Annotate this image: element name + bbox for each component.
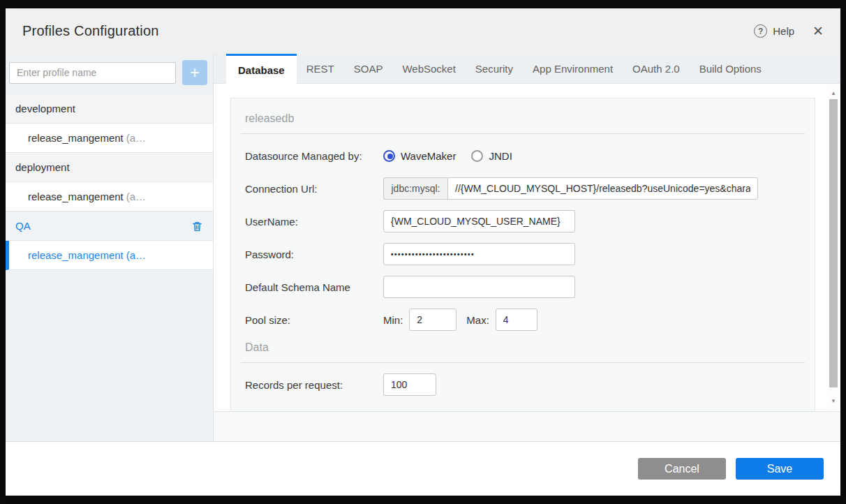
pool-size-row: Pool size: Min: Max: (245, 309, 801, 331)
records-per-request-row: Records per request: (245, 373, 801, 396)
help-label: Help (773, 25, 794, 37)
delete-profile-icon[interactable] (191, 220, 203, 232)
tab-database[interactable]: Database (226, 54, 297, 84)
tab-build-options[interactable]: Build Options (690, 54, 771, 83)
profile-item-development-release[interactable]: release_mangement (a… (6, 124, 213, 153)
dialog-footer: Cancel Save (6, 441, 840, 496)
pool-max-input[interactable] (496, 309, 537, 331)
add-profile-button[interactable]: + (182, 60, 207, 85)
save-button[interactable]: Save (736, 458, 824, 480)
profile-group-qa[interactable]: QA (6, 212, 213, 241)
tab-security[interactable]: Security (466, 54, 523, 83)
radio-jndi-icon (471, 150, 483, 162)
tab-bar: Database REST SOAP WebSocket Security Ap… (214, 54, 840, 84)
schema-row: Default Schema Name (245, 276, 801, 298)
username-label: UserName: (245, 216, 383, 228)
profile-detail-pane: Database REST SOAP WebSocket Security Ap… (214, 54, 840, 441)
section-divider-2 (241, 362, 805, 363)
help-icon: ? (754, 24, 767, 38)
vertical-scrollbar[interactable]: ▲ ▼ (828, 84, 839, 411)
dialog-header: Profiles Configuration ? Help ✕ (6, 8, 840, 54)
connection-url-input[interactable] (447, 177, 758, 200)
password-row: Password: (245, 243, 801, 265)
profile-search-input[interactable] (9, 62, 176, 84)
scrollbar-thumb[interactable] (829, 99, 838, 387)
password-label: Password: (245, 249, 383, 260)
profiles-configuration-dialog: Profiles Configuration ? Help ✕ + develo… (6, 8, 840, 496)
profile-list: development release_mangement (a… deploy… (6, 94, 213, 270)
tab-oauth[interactable]: OAuth 2.0 (623, 54, 690, 83)
tab-app-environment[interactable]: App Environment (523, 54, 623, 83)
connection-url-row: Connection Url: jdbc:mysql: (245, 177, 801, 200)
schema-input[interactable] (383, 276, 575, 298)
username-input[interactable] (383, 210, 575, 232)
database-tab-content: releasedb Datasource Managed by: WaveMak… (214, 84, 840, 411)
database-section-title: releasedb (245, 112, 801, 125)
profile-item-deployment-release[interactable]: release_mangement (a… (6, 182, 213, 212)
scroll-up-icon[interactable]: ▲ (828, 88, 839, 99)
dialog-title: Profiles Configuration (22, 23, 159, 39)
database-config-panel: releasedb Datasource Managed by: WaveMak… (230, 98, 815, 411)
password-input[interactable] (383, 243, 575, 265)
tab-websocket[interactable]: WebSocket (392, 54, 465, 83)
pool-size-label: Pool size: (245, 314, 383, 326)
radio-wavemaker-icon (383, 150, 395, 162)
profile-search-row: + (6, 54, 213, 91)
radio-jndi[interactable]: JNDI (471, 150, 512, 162)
profile-group-development[interactable]: development (6, 94, 213, 124)
schema-label: Default Schema Name (245, 281, 383, 293)
tab-soap[interactable]: SOAP (344, 54, 393, 83)
tab-pane-footer-strip (214, 411, 840, 441)
profile-item-qa-release[interactable]: release_mangement (a… (6, 241, 213, 270)
pool-min-input[interactable] (409, 309, 457, 331)
records-per-request-input[interactable] (383, 373, 436, 396)
connection-url-label: Connection Url: (245, 183, 383, 195)
tab-rest[interactable]: REST (297, 54, 344, 83)
section-divider (241, 133, 805, 134)
datasource-label: Datasource Managed by: (245, 150, 383, 162)
profile-group-deployment[interactable]: deployment (6, 153, 213, 182)
username-row: UserName: (245, 210, 801, 232)
pool-min-label: Min: (383, 314, 403, 326)
cancel-button[interactable]: Cancel (638, 458, 726, 480)
jdbc-prefix-addon: jdbc:mysql: (383, 177, 447, 200)
radio-wavemaker[interactable]: WaveMaker (383, 150, 456, 162)
scroll-down-icon[interactable]: ▼ (828, 396, 839, 407)
records-per-request-label: Records per request: (245, 379, 383, 391)
profiles-sidebar: + development release_mangement (a… depl… (6, 54, 214, 441)
help-button[interactable]: ? Help (754, 24, 794, 38)
datasource-row: Datasource Managed by: WaveMaker JNDI (245, 144, 801, 167)
pool-max-label: Max: (466, 314, 489, 326)
data-section-title: Data (245, 341, 801, 354)
close-icon[interactable]: ✕ (812, 24, 824, 38)
